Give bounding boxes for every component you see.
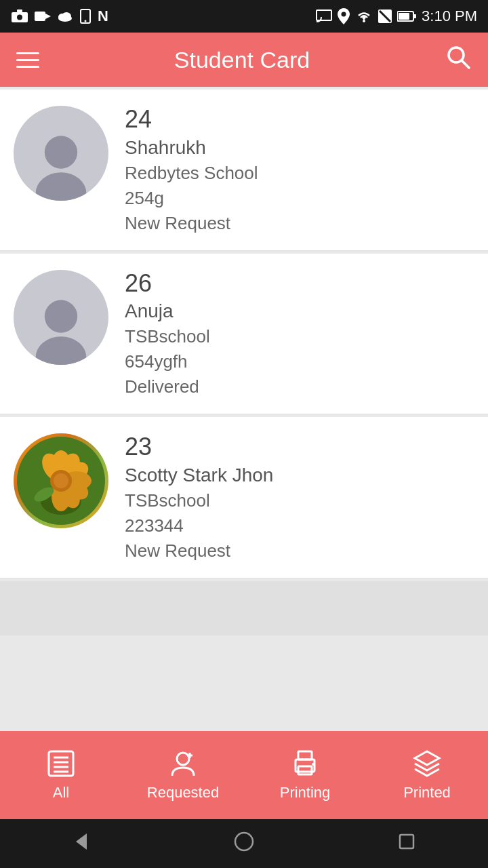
card-name-1: Shahrukh	[125, 137, 474, 159]
nav-label-printed: Printed	[403, 784, 451, 802]
svg-rect-52	[400, 835, 413, 848]
svg-point-2	[17, 15, 22, 20]
nav-item-requested[interactable]: Requested	[122, 731, 244, 819]
home-button[interactable]	[233, 831, 255, 857]
card-school-1: Redbytes School	[125, 163, 474, 184]
layers-icon	[412, 749, 442, 778]
svg-point-12	[363, 20, 365, 22]
wifi-icon	[355, 9, 373, 23]
svg-marker-4	[45, 14, 51, 19]
print-icon	[290, 749, 320, 778]
card-name-3: Scotty Stark Jhon	[125, 465, 474, 486]
svg-point-35	[54, 473, 68, 488]
app-header: Student Card	[0, 33, 488, 87]
avatar-2	[14, 270, 108, 365]
card-name-2: Anuja	[125, 300, 474, 322]
person-plus-icon	[168, 749, 198, 778]
svg-rect-1	[17, 9, 22, 12]
location-icon	[338, 8, 350, 24]
battery-icon	[397, 10, 416, 22]
status-right-icons: 3:10 PM	[316, 7, 477, 25]
card-id-3: 223344	[125, 515, 474, 536]
app-title: Student Card	[174, 47, 310, 73]
svg-marker-50	[76, 833, 87, 850]
svg-point-20	[45, 136, 77, 168]
nav-item-printing[interactable]: Printing	[244, 731, 366, 819]
recents-button[interactable]	[396, 831, 418, 857]
android-nav-bar	[0, 819, 488, 868]
student-card-3[interactable]: 23 Scotty Stark Jhon TSBschool 223344 Ne…	[0, 417, 488, 578]
cloud-icon	[57, 9, 73, 23]
nav-label-printing: Printing	[280, 784, 331, 802]
svg-point-7	[62, 12, 71, 20]
svg-rect-3	[35, 12, 45, 21]
card-info-2: 26 Anuja TSBschool 654ygfh Delivered	[125, 270, 474, 398]
status-left-icons: N	[11, 7, 108, 25]
card-status-3: New Request	[125, 540, 474, 561]
status-time: 3:10 PM	[422, 7, 477, 25]
nav-item-all[interactable]: All	[0, 731, 122, 819]
card-number-3: 23	[125, 433, 474, 460]
nav-label-requested: Requested	[147, 784, 219, 802]
status-bar: N 3:10 PM	[0, 0, 488, 33]
avatar-placeholder-1	[14, 106, 108, 201]
avatar-placeholder-2	[14, 270, 108, 365]
nav-item-printed[interactable]: Printed	[366, 731, 488, 819]
svg-marker-49	[415, 751, 439, 765]
svg-point-48	[312, 763, 314, 766]
camera-icon	[11, 9, 28, 23]
card-status-1: New Request	[125, 213, 474, 234]
card-status-2: Delivered	[125, 376, 474, 397]
list-icon	[46, 749, 76, 778]
student-card-1[interactable]: 24 Shahrukh Redbytes School 254g New Req…	[0, 90, 488, 251]
video-icon	[34, 9, 52, 23]
n-icon: N	[98, 7, 108, 25]
cards-list: 24 Shahrukh Redbytes School 254g New Req…	[0, 87, 488, 731]
avatar-3	[14, 433, 108, 528]
card-info-1: 24 Shahrukh Redbytes School 254g New Req…	[125, 106, 474, 234]
svg-rect-16	[413, 14, 416, 18]
menu-button[interactable]	[16, 52, 39, 68]
card-id-1: 254g	[125, 188, 474, 209]
empty-space	[0, 581, 488, 635]
svg-point-9	[85, 20, 87, 22]
svg-rect-46	[298, 751, 312, 760]
svg-rect-17	[399, 13, 409, 20]
avatar-1	[14, 106, 108, 201]
svg-point-23	[36, 336, 87, 365]
search-icon	[445, 43, 472, 71]
card-number-1: 24	[125, 106, 474, 133]
svg-rect-10	[317, 10, 331, 20]
phone-icon	[79, 9, 92, 24]
svg-point-21	[36, 172, 87, 201]
card-number-2: 26	[125, 270, 474, 297]
svg-point-11	[342, 12, 346, 17]
card-school-3: TSBschool	[125, 490, 474, 511]
bottom-nav: All Requested Printing Printed	[0, 731, 488, 819]
person-icon-1	[24, 126, 98, 201]
cast-icon	[316, 9, 332, 23]
svg-point-22	[45, 300, 77, 332]
search-button[interactable]	[445, 43, 472, 76]
svg-point-51	[235, 833, 253, 850]
signal-icon	[378, 9, 392, 23]
student-card-2[interactable]: 26 Anuja TSBschool 654ygfh Delivered	[0, 254, 488, 415]
avatar-photo-svg-3	[17, 437, 105, 525]
person-icon-2	[24, 290, 98, 365]
svg-line-19	[462, 60, 469, 68]
card-school-2: TSBschool	[125, 326, 474, 347]
card-info-3: 23 Scotty Stark Jhon TSBschool 223344 Ne…	[125, 433, 474, 561]
svg-rect-47	[298, 766, 312, 774]
back-button[interactable]	[70, 831, 92, 857]
card-id-2: 654ygfh	[125, 351, 474, 372]
nav-label-all: All	[53, 784, 69, 802]
